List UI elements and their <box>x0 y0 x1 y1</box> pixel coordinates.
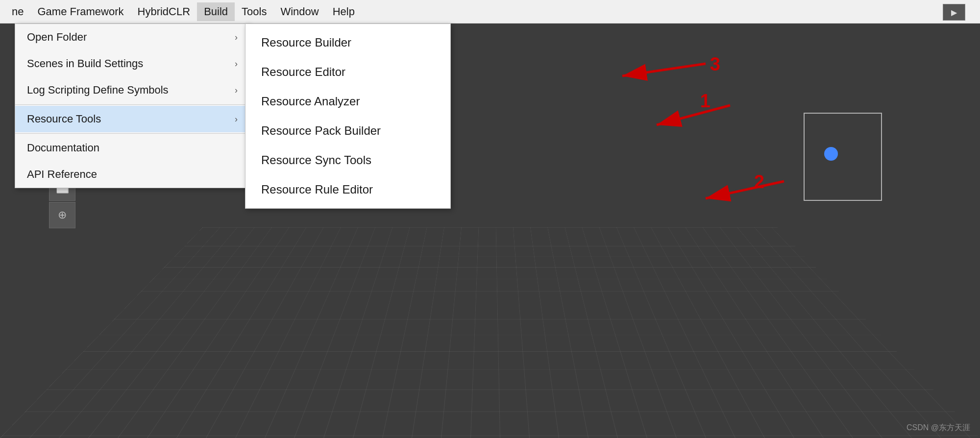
menu-open-folder[interactable]: Open Folder › <box>15 24 249 50</box>
scenes-build-label: Scenes in Build Settings <box>27 57 143 70</box>
outline-box-object <box>804 113 882 201</box>
submenu-resource-editor[interactable]: Resource Editor <box>245 57 450 87</box>
menu-resource-tools[interactable]: Resource Tools › <box>15 106 249 132</box>
build-dropdown-menu: Open Folder › Scenes in Build Settings ›… <box>15 24 250 188</box>
menu-documentation[interactable]: Documentation <box>15 135 249 161</box>
submenu-resource-pack-builder[interactable]: Resource Pack Builder <box>245 116 450 146</box>
annotation-2: 2 <box>754 171 764 193</box>
submenu-resource-builder[interactable]: Resource Builder <box>245 28 450 57</box>
menu-item-ne[interactable]: ne <box>5 2 30 21</box>
api-reference-label: API Reference <box>27 168 97 181</box>
log-scripting-label: Log Scripting Define Symbols <box>27 84 169 97</box>
annotation-3: 3 <box>710 54 720 75</box>
documentation-label: Documentation <box>27 142 99 154</box>
menu-item-hybridclr[interactable]: HybridCLR <box>131 2 197 21</box>
menu-api-reference[interactable]: API Reference <box>15 161 249 188</box>
annotation-1: 1 <box>700 91 710 112</box>
divider-1 <box>15 104 249 105</box>
play-button[interactable] <box>943 4 965 21</box>
menu-bar: ne Game Framework HybridCLR Build Tools … <box>0 0 980 24</box>
divider-2 <box>15 133 249 134</box>
scenes-build-chevron-icon: › <box>235 59 238 69</box>
menu-log-scripting[interactable]: Log Scripting Define Symbols › <box>15 77 249 103</box>
menu-item-help[interactable]: Help <box>326 2 362 21</box>
menu-item-build[interactable]: Build <box>197 2 235 21</box>
submenu-resource-analyzer[interactable]: Resource Analyzer <box>245 87 450 116</box>
toolbar-icon-move[interactable]: ⊕ <box>49 202 75 228</box>
menu-scenes-build[interactable]: Scenes in Build Settings › <box>15 50 249 77</box>
menu-item-tools[interactable]: Tools <box>235 2 273 21</box>
submenu-resource-rule-editor[interactable]: Resource Rule Editor <box>245 175 450 204</box>
viewport-grid <box>0 227 980 438</box>
resource-tools-chevron-icon: › <box>235 114 238 124</box>
open-folder-label: Open Folder <box>27 31 87 44</box>
menu-item-window[interactable]: Window <box>273 2 325 21</box>
resource-tools-submenu: Resource Builder Resource Editor Resourc… <box>245 24 451 209</box>
log-scripting-chevron-icon: › <box>235 85 238 96</box>
open-folder-chevron-icon: › <box>235 32 238 43</box>
menu-item-gameframework[interactable]: Game Framework <box>30 2 130 21</box>
watermark: CSDN @东方天涯 <box>906 423 970 433</box>
submenu-resource-sync-tools[interactable]: Resource Sync Tools <box>245 146 450 175</box>
resource-tools-label: Resource Tools <box>27 113 101 125</box>
